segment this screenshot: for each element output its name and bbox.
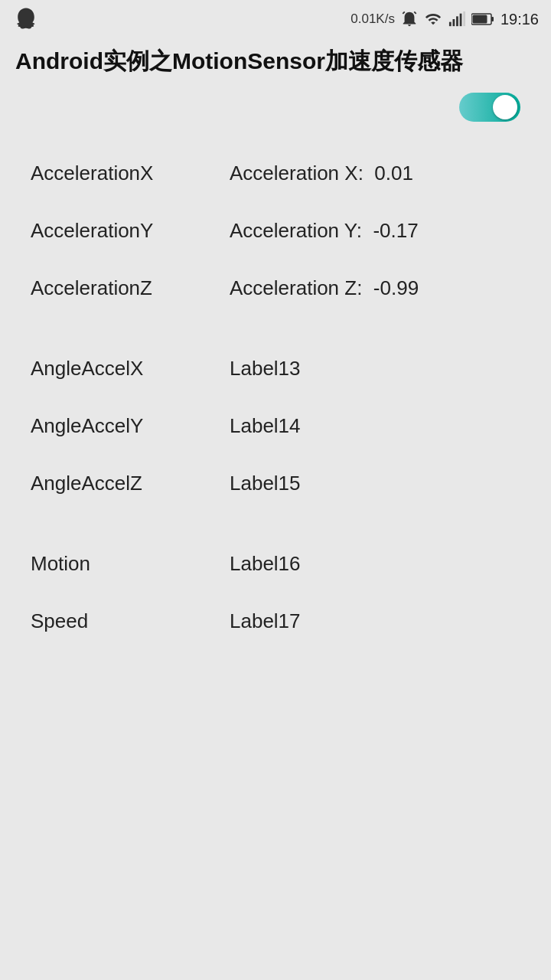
svg-rect-1 xyxy=(452,19,455,26)
motion-row: Motion Label16 xyxy=(31,535,520,593)
acceleration-z-row: AccelerationZ Acceleration Z: -0.99 xyxy=(31,260,520,317)
angle-accel-y-row: AngleAccelY Label14 xyxy=(31,397,520,455)
status-bar: 0.01K/s 19:16 xyxy=(0,0,551,38)
network-speed: 0.01K/s xyxy=(350,11,395,27)
svg-rect-3 xyxy=(460,14,462,26)
speed-label: Label17 xyxy=(230,609,520,633)
status-right: 0.01K/s 19:16 xyxy=(350,11,539,28)
acceleration-z-name: AccelerationZ xyxy=(31,276,230,300)
svg-rect-4 xyxy=(463,11,465,26)
angle-accel-y-name: AngleAccelY xyxy=(31,414,230,438)
sensor-toggle[interactable] xyxy=(459,93,520,122)
speed-row: Speed Label17 xyxy=(31,593,520,650)
motion-section: Motion Label16 Speed Label17 xyxy=(0,535,551,650)
acceleration-x-name: AccelerationX xyxy=(31,162,230,185)
acceleration-z-label: Acceleration Z: -0.99 xyxy=(230,276,520,300)
angle-accel-z-row: AngleAccelZ Label15 xyxy=(31,455,520,512)
acceleration-section: AccelerationX Acceleration X: 0.01 Accel… xyxy=(0,145,551,317)
battery-icon xyxy=(471,12,494,26)
angle-accel-x-name: AngleAccelX xyxy=(31,357,230,381)
angle-accel-x-label: Label13 xyxy=(230,357,520,381)
snapchat-icon xyxy=(12,5,40,33)
acceleration-y-name: AccelerationY xyxy=(31,219,230,243)
signal-icon xyxy=(448,11,465,28)
svg-rect-7 xyxy=(472,15,487,24)
svg-rect-6 xyxy=(491,17,494,21)
speed-name: Speed xyxy=(31,609,230,633)
angle-accel-z-label: Label15 xyxy=(230,472,520,495)
acceleration-y-label: Acceleration Y: -0.17 xyxy=(230,219,520,243)
motion-label: Label16 xyxy=(230,552,520,576)
svg-rect-0 xyxy=(449,22,452,26)
toggle-knob xyxy=(493,95,517,119)
app-title: Android实例之MotionSensor加速度传感器 xyxy=(0,38,551,85)
status-left xyxy=(12,5,40,33)
wifi-icon xyxy=(424,11,442,28)
angle-accel-y-label: Label14 xyxy=(230,414,520,438)
alarm-icon xyxy=(401,11,418,28)
motion-name: Motion xyxy=(31,552,230,576)
svg-rect-2 xyxy=(456,16,458,26)
angle-accel-section: AngleAccelX Label13 AngleAccelY Label14 … xyxy=(0,340,551,512)
acceleration-x-label: Acceleration X: 0.01 xyxy=(230,162,520,185)
toggle-container xyxy=(0,93,551,122)
angle-accel-x-row: AngleAccelX Label13 xyxy=(31,340,520,397)
angle-accel-z-name: AngleAccelZ xyxy=(31,472,230,495)
status-time: 19:16 xyxy=(500,11,539,28)
acceleration-y-row: AccelerationY Acceleration Y: -0.17 xyxy=(31,202,520,260)
acceleration-x-row: AccelerationX Acceleration X: 0.01 xyxy=(31,145,520,202)
